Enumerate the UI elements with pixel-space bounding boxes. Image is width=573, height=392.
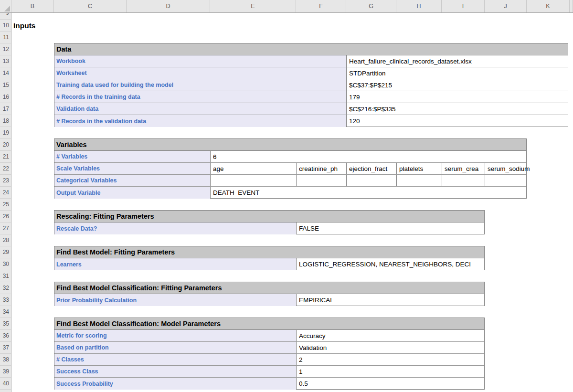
rescale-data-value-cell[interactable]: FALSE [297, 222, 484, 234]
column-header-cell[interactable] [570, 0, 573, 12]
row-header-cell[interactable]: 18 [0, 115, 11, 127]
categorical-variables-label-cell[interactable]: Categorical Variables [54, 175, 211, 186]
num-classes-value-cell[interactable]: 2 [297, 354, 484, 365]
row-header-cell[interactable]: 28 [0, 234, 11, 246]
training-records-value-cell[interactable]: 179 [347, 91, 568, 103]
row-header-cell[interactable]: 29 [0, 246, 11, 258]
scale-variable-cell[interactable]: age [211, 163, 297, 174]
rescale-data-label-cell[interactable]: Rescale Data? [54, 222, 297, 234]
row-header-cell[interactable]: 15 [0, 79, 11, 91]
validation-records-label-cell[interactable]: # Records in the validation data [54, 115, 347, 127]
row-header-cell[interactable]: 16 [0, 91, 11, 103]
categorical-variable-cell[interactable] [211, 175, 297, 186]
categorical-variable-cell[interactable] [397, 175, 442, 186]
learners-value-cell[interactable]: LOGISTIC_REGRESSION, NEAREST_NEIGHBORS, … [297, 258, 484, 270]
categorical-variable-cell[interactable] [297, 175, 347, 186]
num-variables-value-cell[interactable]: 6 [211, 151, 526, 162]
workbook-label-cell[interactable]: Workbook [54, 55, 347, 67]
row-number: 20 [3, 141, 9, 148]
training-data-label-cell[interactable]: Training data used for building the mode… [54, 79, 347, 91]
training-records-label-cell[interactable]: # Records in the training data [54, 91, 347, 103]
data-section-header-cell[interactable]: Data [54, 43, 568, 55]
find-best-model-header-cell[interactable]: Find Best Model: Fitting Parameters [54, 246, 484, 258]
success-probability-value-cell[interactable]: 0.5 [297, 378, 484, 390]
num-classes-label-cell[interactable]: # Classes [54, 354, 297, 365]
row-header-cell[interactable]: 20 [0, 139, 11, 151]
row-header-cell[interactable]: 19 [0, 127, 11, 139]
scale-variable-cell[interactable]: ejection_fract [347, 163, 397, 174]
workbook-value-cell[interactable]: Heart_failure_clinical_records_dataset.x… [347, 55, 568, 67]
row-header-cell[interactable]: 33 [0, 294, 11, 306]
validation-data-label-cell[interactable]: Validation data [54, 103, 347, 115]
row-header-cell[interactable]: 38 [0, 354, 11, 366]
fbmc-model-header-cell[interactable]: Find Best Model Classification: Model Pa… [54, 318, 484, 330]
select-all-button[interactable] [0, 0, 11, 12]
row-header-cell[interactable]: 26 [0, 211, 11, 222]
column-header-cell[interactable]: I [442, 0, 485, 12]
row-header-cell[interactable]: 36 [0, 330, 11, 342]
column-header-cell[interactable]: B [11, 0, 54, 12]
row-header-cell[interactable]: 32 [0, 282, 11, 294]
scale-variables-label-cell[interactable]: Scale Variables [54, 163, 211, 174]
row-header-cell[interactable]: 31 [0, 270, 11, 282]
row-header-cell[interactable]: 34 [0, 306, 11, 318]
row-number: 33 [3, 297, 9, 303]
row-header-cell[interactable]: 24 [0, 187, 11, 199]
row-header-cell[interactable]: 27 [0, 222, 11, 234]
success-probability-label-cell[interactable]: Success Probability [54, 378, 297, 390]
column-header-cell[interactable]: F [296, 0, 346, 12]
row-header-cell[interactable]: 11 [0, 32, 11, 43]
success-class-value-cell[interactable]: 1 [297, 366, 484, 377]
row-header-cell[interactable]: 13 [0, 55, 11, 67]
variables-section-header-cell[interactable]: Variables [54, 139, 526, 151]
scale-variable-cell[interactable]: serum_crea [442, 163, 485, 174]
metric-for-scoring-value-cell[interactable]: Accuracy [297, 330, 484, 341]
row-header-cell[interactable]: 30 [0, 258, 11, 270]
row-header-cell[interactable]: 35 [0, 318, 11, 330]
worksheet-value-cell[interactable]: STDPartition [347, 67, 568, 79]
row-header-cell[interactable]: 10 [0, 20, 11, 32]
column-header-cell[interactable]: K [527, 0, 570, 12]
prior-probability-value-cell[interactable]: EMPIRICAL [297, 294, 484, 306]
row-header-cell[interactable]: 17 [0, 103, 11, 115]
based-on-partition-label-cell[interactable]: Based on partition [54, 342, 297, 353]
output-variable-value-cell[interactable]: DEATH_EVENT [211, 187, 526, 199]
row-header-cell[interactable]: 12 [0, 43, 11, 55]
row-header-cell[interactable]: 9 [0, 13, 11, 20]
num-variables-label-cell[interactable]: # Variables [54, 151, 211, 162]
row-header-cell[interactable]: 37 [0, 342, 11, 354]
column-header-cell[interactable]: C [54, 0, 127, 12]
column-header-cell[interactable]: J [485, 0, 527, 12]
validation-records-value-cell[interactable]: 120 [347, 115, 568, 127]
row-header-cell[interactable]: 39 [0, 366, 11, 378]
column-header-cell[interactable]: D [127, 0, 210, 12]
row-header-cell[interactable]: 25 [0, 199, 11, 211]
row-header-cell[interactable]: 21 [0, 151, 11, 163]
validation-data-value-cell[interactable]: $C$216:$P$335 [347, 103, 568, 115]
prior-probability-label-cell[interactable]: Prior Probability Calculation [54, 294, 297, 306]
row-header-cell[interactable]: 40 [0, 378, 11, 390]
column-header-cell[interactable]: G [346, 0, 396, 12]
column-header-cell[interactable]: H [396, 0, 442, 12]
table-row: Prior Probability Calculation EMPIRICAL [54, 294, 484, 306]
categorical-variable-cell[interactable] [485, 175, 526, 186]
scale-variable-cell[interactable]: platelets [397, 163, 442, 174]
categorical-variable-cell[interactable] [442, 175, 485, 186]
fbmc-fitting-header-cell[interactable]: Find Best Model Classification: Fitting … [54, 282, 484, 294]
output-variable-label-cell[interactable]: Output Variable [54, 187, 211, 199]
categorical-variable-cell[interactable] [347, 175, 397, 186]
based-on-partition-value-cell[interactable]: Validation [297, 342, 484, 353]
row-header-cell[interactable]: 23 [0, 175, 11, 187]
scale-variable-cell[interactable]: serum_sodium [485, 163, 530, 174]
sheet-title-cell[interactable]: Inputs [13, 20, 36, 32]
metric-for-scoring-label-cell[interactable]: Metric for scoring [54, 330, 297, 341]
row-header-cell[interactable]: 14 [0, 67, 11, 79]
worksheet-label-cell[interactable]: Worksheet [54, 67, 347, 79]
rescaling-section-header-cell[interactable]: Rescaling: Fitting Parameters [54, 211, 484, 222]
training-data-value-cell[interactable]: $C$37:$P$215 [347, 79, 568, 91]
row-header-cell[interactable]: 22 [0, 163, 11, 175]
scale-variable-cell[interactable]: creatinine_ph [297, 163, 347, 174]
learners-label-cell[interactable]: Learners [54, 258, 297, 270]
success-class-label-cell[interactable]: Success Class [54, 366, 297, 377]
column-header-cell[interactable]: E [210, 0, 296, 12]
